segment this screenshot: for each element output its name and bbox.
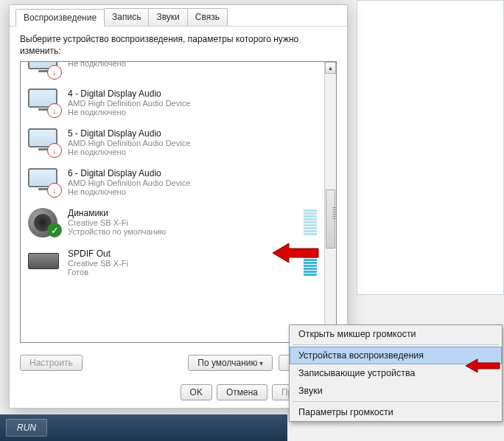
device-name: 5 - Digital Display Audio: [68, 128, 190, 139]
configure-button[interactable]: Настроить: [20, 355, 83, 371]
prompt-text: Выберите устройство воспроизведения, пар…: [10, 27, 347, 61]
device-item[interactable]: 6 - Digital Display Audio AMD High Defin…: [21, 162, 324, 202]
disconnected-icon: [47, 143, 62, 158]
device-name: SPDIF Out: [68, 249, 128, 259]
taskbar-item-run[interactable]: RUN: [6, 419, 47, 437]
tab-recording[interactable]: Запись: [104, 8, 149, 26]
device-status: Не подключено: [68, 62, 190, 68]
tab-strip: Воспроизведение Запись Звуки Связь: [10, 5, 347, 27]
device-status: Устройство по умолчанию: [68, 227, 166, 236]
device-status: Не подключено: [68, 147, 190, 156]
level-meter: [304, 208, 317, 237]
background-window: [357, 0, 504, 295]
cancel-button[interactable]: Отмена: [217, 384, 267, 400]
device-status: Готов: [68, 268, 128, 277]
device-status: Не подключено: [68, 108, 190, 117]
menu-separator: [293, 401, 499, 402]
device-name: 4 - Digital Display Audio: [68, 88, 190, 99]
svg-marker-0: [273, 243, 318, 263]
device-item[interactable]: 5 - Digital Display Audio AMD High Defin…: [21, 122, 324, 162]
set-default-button[interactable]: По умолчанию: [188, 355, 273, 371]
tab-sounds[interactable]: Звуки: [148, 8, 187, 26]
device-item-default[interactable]: ✓ Динамики Creative SB X-Fi Устройство п…: [21, 202, 324, 243]
scrollbar[interactable]: ▲ ▼: [324, 62, 336, 342]
menu-sounds[interactable]: Звуки: [290, 382, 502, 400]
tab-communications[interactable]: Связь: [187, 8, 228, 26]
ok-button[interactable]: OK: [181, 384, 212, 400]
device-item[interactable]: 4 - Digital Display Audio AMD High Defin…: [21, 83, 324, 122]
device-desc: Creative SB X-Fi: [68, 218, 166, 227]
disconnected-icon: [47, 103, 62, 118]
scroll-up-icon[interactable]: ▲: [325, 62, 336, 74]
device-status: Не подключено: [68, 187, 190, 196]
context-menu: Открыть микшер громкости Устройства восп…: [289, 324, 503, 422]
disconnected-icon: [47, 65, 62, 80]
annotation-arrow-icon: [466, 358, 501, 373]
menu-volume-params[interactable]: Параметры громкости: [290, 403, 502, 421]
disconnected-icon: [47, 183, 62, 198]
device-name: 6 - Digital Display Audio: [68, 168, 190, 178]
device-list: AMD High Definition Audio Device Не подк…: [20, 61, 337, 343]
annotation-arrow-icon: [273, 242, 320, 264]
menu-separator: [293, 344, 499, 345]
device-desc: AMD High Definition Audio Device: [68, 178, 190, 187]
device-name: Динамики: [68, 208, 166, 218]
menu-open-mixer[interactable]: Открыть микшер громкости: [290, 325, 502, 343]
device-desc: Creative SB X-Fi: [68, 259, 128, 268]
device-desc: AMD High Definition Audio Device: [68, 139, 190, 147]
tab-playback[interactable]: Воспроизведение: [15, 9, 105, 27]
device-desc: AMD High Definition Audio Device: [68, 99, 190, 108]
svg-marker-1: [466, 359, 500, 372]
device-item[interactable]: AMD High Definition Audio Device Не подк…: [21, 62, 324, 83]
taskbar: RUN: [0, 414, 287, 441]
checkmark-icon: ✓: [47, 223, 62, 237]
